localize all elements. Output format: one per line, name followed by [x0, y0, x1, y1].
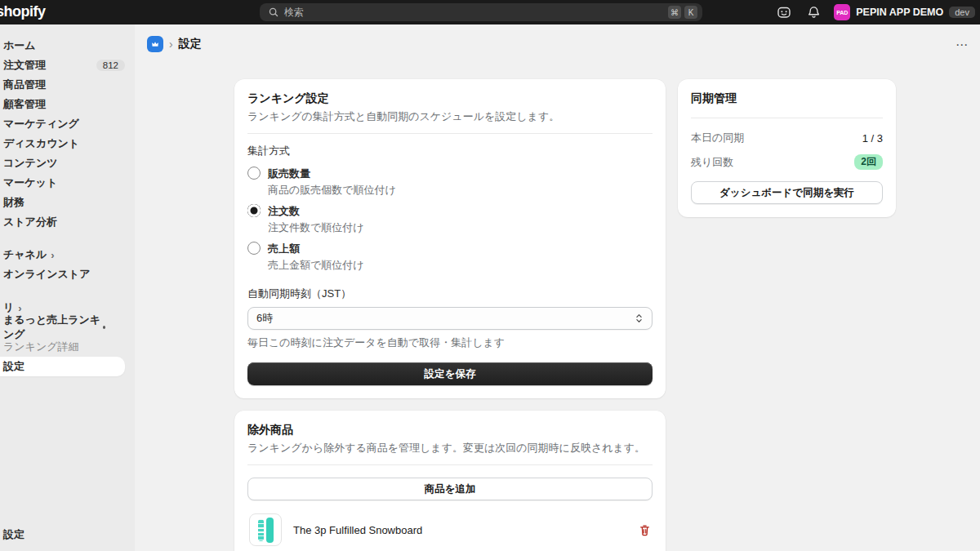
- global-search-input[interactable]: 検索 ⌘ K: [260, 3, 702, 21]
- sync-management-card: 同期管理 本日の同期 1 / 3 残り回数 2回 ダッシュボードで同期を実行: [678, 79, 896, 217]
- radio-unselected-icon[interactable]: [247, 242, 261, 255]
- chevron-right-icon: ›: [51, 249, 54, 261]
- k-key-badge: K: [684, 6, 697, 19]
- sync-time-value: 6時: [256, 311, 273, 326]
- radio-option-sales-quantity[interactable]: 販売数量 商品の販売個数で順位付け: [247, 166, 653, 198]
- app-breadcrumb-icon[interactable]: [147, 36, 163, 52]
- sidebar-item-settings[interactable]: 設定: [0, 525, 135, 544]
- sidebar-item-marketing[interactable]: マーケティング: [0, 114, 135, 134]
- sync-management-title: 同期管理: [691, 91, 883, 106]
- excluded-products-title: 除外商品: [247, 423, 653, 438]
- store-name: PEPIN APP DEMO: [856, 7, 943, 18]
- excluded-products-subtitle: ランキングから除外する商品を管理します。変更は次回の同期時に反映されます。: [247, 441, 653, 455]
- sync-today-value: 1 / 3: [862, 132, 883, 144]
- shopify-logo: shopify: [0, 3, 46, 20]
- breadcrumb-chevron-icon: ›: [169, 38, 173, 51]
- sidebar-item-home[interactable]: ホーム: [0, 36, 135, 56]
- delete-product-button[interactable]: [639, 524, 651, 536]
- remaining-count-badge: 2回: [854, 154, 883, 170]
- run-sync-button[interactable]: ダッシュボードで同期を実行: [691, 181, 883, 204]
- radio-unselected-icon[interactable]: [247, 167, 261, 180]
- ranking-settings-title: ランキング設定: [247, 91, 653, 106]
- ranking-settings-card: ランキング設定 ランキングの集計方式と自動同期のスケジュールを設定します。 集計…: [234, 79, 666, 398]
- sidebar-item-analytics[interactable]: ストア分析: [0, 212, 135, 232]
- sidebar-item-finance[interactable]: 財務: [0, 193, 135, 212]
- dev-environment-badge: dev: [949, 7, 975, 18]
- aggregation-method-label: 集計方式: [247, 144, 653, 158]
- notifications-bell-icon[interactable]: [804, 3, 822, 21]
- sidebar-item-markets[interactable]: マーケット: [0, 173, 135, 193]
- search-icon: [268, 7, 279, 18]
- sidebar-nav: ホーム 注文管理 812 商品管理 顧客管理 マーケティング ディスカウント コ…: [0, 24, 135, 551]
- topbar-right: PAD PEPIN APP DEMO dev: [775, 0, 975, 24]
- sidebar-item-ranking-detail[interactable]: ランキング詳細: [0, 337, 135, 357]
- store-avatar: PAD: [834, 4, 850, 20]
- snowboard-image: [258, 519, 264, 541]
- radio-selected-icon[interactable]: [247, 204, 261, 217]
- sidekick-assistant-icon[interactable]: [775, 3, 793, 21]
- radio-option-order-count[interactable]: 注文数 注文件数で順位付け: [247, 203, 653, 235]
- divider: [247, 464, 653, 465]
- cmd-key-badge: ⌘: [668, 6, 681, 19]
- sidebar-item-online-store[interactable]: オンラインストア: [0, 264, 135, 284]
- sidebar-item-products[interactable]: 商品管理: [0, 75, 135, 95]
- snowboard-image: [266, 518, 274, 543]
- trash-icon: [639, 524, 651, 536]
- page-title: 設定: [179, 37, 202, 51]
- sync-today-row: 本日の同期 1 / 3: [691, 131, 883, 145]
- sidebar-item-orders[interactable]: 注文管理 812: [0, 56, 135, 75]
- topbar: shopify 検索 ⌘ K PAD PEPIN APP DEMO dev: [0, 0, 980, 24]
- sidebar-item-content[interactable]: コンテンツ: [0, 153, 135, 173]
- active-app-dot: [103, 326, 105, 329]
- product-name: The 3p Fulfilled Snowboard: [293, 524, 422, 536]
- excluded-products-card: 除外商品 ランキングから除外する商品を管理します。変更は次回の同期時に反映されま…: [234, 411, 666, 551]
- add-product-button[interactable]: 商品を追加: [247, 478, 653, 500]
- save-settings-button[interactable]: 設定を保存: [247, 362, 653, 385]
- more-actions-icon[interactable]: ⋯: [956, 38, 969, 51]
- ranking-settings-subtitle: ランキングの集計方式と自動同期のスケジュールを設定します。: [247, 109, 653, 123]
- updown-chevron-icon: [635, 313, 644, 324]
- sync-time-label: 自動同期時刻（JST）: [247, 287, 653, 301]
- radio-option-sales-amount[interactable]: 売上額 売上金額で順位付け: [247, 241, 653, 273]
- sidebar-item-ranking-app[interactable]: まるっと売上ランキング: [0, 318, 135, 337]
- divider: [247, 133, 653, 134]
- store-menu-button[interactable]: PAD PEPIN APP DEMO dev: [834, 4, 975, 20]
- sync-remaining-row: 残り回数 2回: [691, 154, 883, 170]
- sync-time-select[interactable]: 6時: [247, 307, 653, 330]
- main-content: › 設定 ⋯ ランキング設定 ランキングの集計方式と自動同期のスケジュールを設定…: [135, 24, 980, 551]
- sync-time-help-text: 毎日この時刻に注文データを自動で取得・集計します: [247, 335, 653, 350]
- excluded-product-row: The 3p Fulfilled Snowboard: [247, 503, 653, 551]
- sidebar-item-customers[interactable]: 顧客管理: [0, 95, 135, 114]
- search-placeholder: 検索: [284, 6, 665, 20]
- sidebar-section-channels[interactable]: チャネル ›: [0, 245, 135, 264]
- divider: [691, 118, 883, 118]
- sidebar-item-app-settings-selected[interactable]: 設定: [0, 357, 125, 376]
- orders-count-badge: 812: [96, 60, 125, 71]
- sidebar-item-discounts[interactable]: ディスカウント: [0, 134, 135, 153]
- page-header: › 設定 ⋯: [135, 24, 980, 52]
- product-thumbnail: [249, 513, 282, 546]
